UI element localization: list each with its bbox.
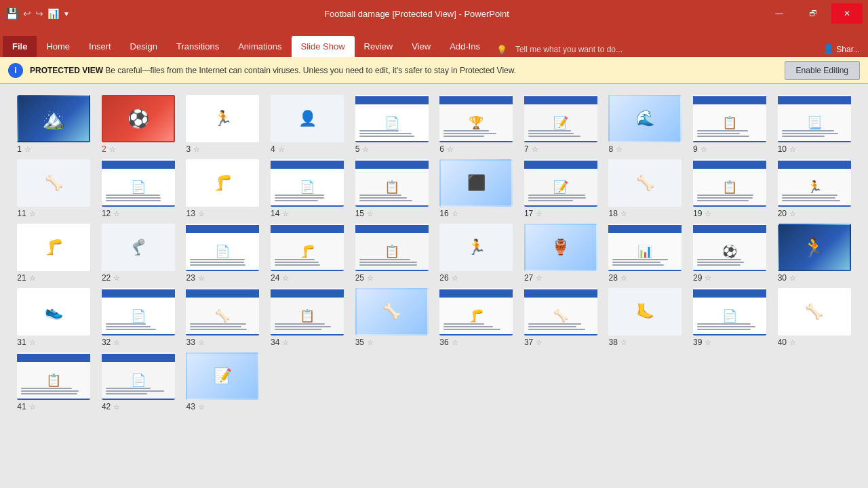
slide-star-icon[interactable]: ☆ bbox=[705, 274, 711, 283]
slide-item-4[interactable]: 👤4☆ bbox=[267, 95, 348, 154]
undo-icon[interactable]: ↩ bbox=[23, 8, 31, 19]
slide-star-icon[interactable]: ☆ bbox=[616, 145, 623, 154]
tab-review[interactable]: Review bbox=[355, 36, 403, 57]
slide-star-icon[interactable]: ☆ bbox=[536, 338, 542, 347]
slide-star-icon[interactable]: ☆ bbox=[29, 274, 36, 283]
slide-item-43[interactable]: 📝43☆ bbox=[182, 352, 263, 411]
slide-star-icon[interactable]: ☆ bbox=[536, 274, 542, 283]
slide-item-2[interactable]: ⚽2☆ bbox=[98, 95, 179, 154]
slide-item-36[interactable]: 🦵36☆ bbox=[436, 288, 517, 347]
restore-button[interactable]: 🗗 bbox=[797, 3, 829, 24]
tab-addins[interactable]: Add-Ins bbox=[440, 36, 490, 57]
close-button[interactable]: ✕ bbox=[831, 3, 863, 24]
export-icon[interactable]: 📊 bbox=[47, 8, 59, 19]
slide-star-icon[interactable]: ☆ bbox=[789, 274, 796, 283]
slide-star-icon[interactable]: ☆ bbox=[620, 338, 627, 347]
tab-file[interactable]: File bbox=[3, 36, 37, 57]
share-button[interactable]: 👤 Shar... bbox=[817, 41, 865, 57]
tab-design[interactable]: Design bbox=[121, 36, 167, 57]
slide-item-28[interactable]: 📊28☆ bbox=[605, 224, 686, 283]
slide-star-icon[interactable]: ☆ bbox=[198, 274, 205, 283]
slide-star-icon[interactable]: ☆ bbox=[789, 209, 796, 218]
slide-star-icon[interactable]: ☆ bbox=[447, 145, 454, 154]
slide-star-icon[interactable]: ☆ bbox=[452, 338, 458, 347]
slide-star-icon[interactable]: ☆ bbox=[367, 274, 374, 283]
slide-item-33[interactable]: 🦴33☆ bbox=[182, 288, 263, 347]
slide-star-icon[interactable]: ☆ bbox=[24, 145, 31, 154]
tab-transitions[interactable]: Transitions bbox=[167, 36, 229, 57]
slide-item-40[interactable]: 🦴40☆ bbox=[774, 288, 854, 347]
slide-item-30[interactable]: 🏃30☆ bbox=[774, 224, 854, 283]
slide-star-icon[interactable]: ☆ bbox=[532, 145, 538, 154]
slide-star-icon[interactable]: ☆ bbox=[278, 145, 285, 154]
slide-star-icon[interactable]: ☆ bbox=[789, 145, 796, 154]
slide-star-icon[interactable]: ☆ bbox=[29, 403, 36, 411]
slide-star-icon[interactable]: ☆ bbox=[193, 145, 200, 154]
slide-star-icon[interactable]: ☆ bbox=[113, 338, 120, 347]
slide-item-31[interactable]: 👟31☆ bbox=[14, 288, 94, 347]
slide-star-icon[interactable]: ☆ bbox=[789, 338, 796, 347]
slide-item-8[interactable]: 🌊8☆ bbox=[605, 95, 686, 154]
slide-star-icon[interactable]: ☆ bbox=[620, 274, 627, 283]
slide-star-icon[interactable]: ☆ bbox=[452, 274, 458, 283]
slide-item-22[interactable]: 🦿22☆ bbox=[98, 224, 179, 283]
slide-star-icon[interactable]: ☆ bbox=[705, 209, 711, 218]
slide-star-icon[interactable]: ☆ bbox=[362, 145, 369, 154]
slide-item-1[interactable]: 🏔️1☆ bbox=[14, 95, 94, 154]
slide-star-icon[interactable]: ☆ bbox=[536, 209, 542, 218]
slide-item-10[interactable]: 📃10☆ bbox=[774, 95, 854, 154]
slide-item-25[interactable]: 📋25☆ bbox=[351, 224, 432, 283]
slide-star-icon[interactable]: ☆ bbox=[701, 145, 707, 154]
slide-item-7[interactable]: 📝7☆ bbox=[521, 95, 601, 154]
enable-editing-button[interactable]: Enable Editing bbox=[785, 61, 860, 80]
slide-star-icon[interactable]: ☆ bbox=[282, 274, 289, 283]
slide-star-icon[interactable]: ☆ bbox=[198, 403, 205, 411]
slide-star-icon[interactable]: ☆ bbox=[620, 209, 627, 218]
slide-item-26[interactable]: 🏃26☆ bbox=[436, 224, 517, 283]
slide-star-icon[interactable]: ☆ bbox=[29, 338, 36, 347]
slide-star-icon[interactable]: ☆ bbox=[198, 209, 205, 218]
slide-item-32[interactable]: 📄32☆ bbox=[98, 288, 179, 347]
slide-item-18[interactable]: 🦴18☆ bbox=[605, 159, 686, 218]
save-icon[interactable]: 💾 bbox=[5, 7, 19, 20]
tab-animations[interactable]: Animations bbox=[229, 36, 291, 57]
slide-item-17[interactable]: 📝17☆ bbox=[521, 159, 601, 218]
slide-star-icon[interactable]: ☆ bbox=[113, 274, 120, 283]
slide-star-icon[interactable]: ☆ bbox=[705, 338, 711, 347]
slide-item-16[interactable]: ⬛16☆ bbox=[436, 159, 517, 218]
slide-item-13[interactable]: 🦵13☆ bbox=[182, 159, 263, 218]
slide-star-icon[interactable]: ☆ bbox=[113, 209, 120, 218]
slide-item-15[interactable]: 📋15☆ bbox=[351, 159, 432, 218]
slide-item-38[interactable]: 🦶38☆ bbox=[605, 288, 686, 347]
slide-item-34[interactable]: 📋34☆ bbox=[267, 288, 348, 347]
minimize-button[interactable]: — bbox=[764, 3, 795, 24]
tab-home[interactable]: Home bbox=[37, 36, 79, 57]
dropdown-icon[interactable]: ▼ bbox=[63, 10, 70, 18]
slide-item-14[interactable]: 📄14☆ bbox=[267, 159, 348, 218]
slide-item-24[interactable]: 🦵24☆ bbox=[267, 224, 348, 283]
slide-item-6[interactable]: 🏆6☆ bbox=[436, 95, 517, 154]
tell-me-input[interactable] bbox=[507, 42, 656, 57]
slide-item-21[interactable]: 🦵21☆ bbox=[14, 224, 94, 283]
slide-item-12[interactable]: 📄12☆ bbox=[98, 159, 179, 218]
slide-item-35[interactable]: 🦴35☆ bbox=[351, 288, 432, 347]
tell-me-box[interactable]: 💡 bbox=[490, 42, 817, 57]
slide-item-42[interactable]: 📄42☆ bbox=[98, 352, 179, 411]
slide-star-icon[interactable]: ☆ bbox=[367, 338, 374, 347]
slide-item-39[interactable]: 📄39☆ bbox=[690, 288, 770, 347]
slide-item-20[interactable]: 🏃20☆ bbox=[774, 159, 854, 218]
slide-star-icon[interactable]: ☆ bbox=[29, 209, 36, 218]
slide-item-37[interactable]: 🦴37☆ bbox=[521, 288, 601, 347]
slide-item-27[interactable]: 🏺27☆ bbox=[521, 224, 601, 283]
slide-item-29[interactable]: ⚽29☆ bbox=[690, 224, 770, 283]
redo-icon[interactable]: ↪ bbox=[35, 8, 43, 19]
slide-item-41[interactable]: 📋41☆ bbox=[14, 352, 94, 411]
slide-star-icon[interactable]: ☆ bbox=[109, 145, 116, 154]
tab-view[interactable]: View bbox=[402, 36, 440, 57]
slide-item-23[interactable]: 📄23☆ bbox=[182, 224, 263, 283]
slide-star-icon[interactable]: ☆ bbox=[367, 209, 374, 218]
slide-star-icon[interactable]: ☆ bbox=[198, 338, 205, 347]
slide-star-icon[interactable]: ☆ bbox=[282, 209, 289, 218]
slide-item-3[interactable]: 🏃3☆ bbox=[182, 95, 263, 154]
slide-item-19[interactable]: 📋19☆ bbox=[690, 159, 770, 218]
